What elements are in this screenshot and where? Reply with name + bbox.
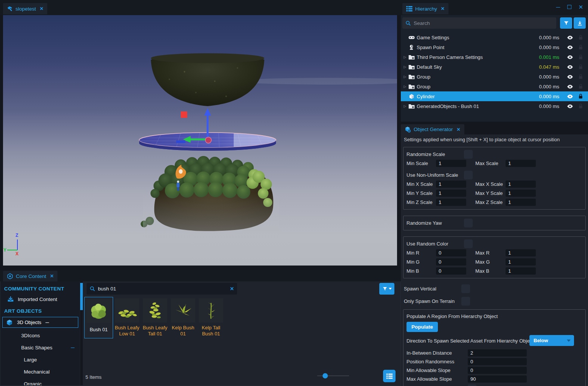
min-y-scale-input[interactable] [436, 190, 466, 197]
expand-caret-icon[interactable]: ▷ [402, 55, 408, 59]
randomize-scale-checkbox[interactable] [464, 150, 473, 159]
max-x-scale-input[interactable] [506, 181, 536, 188]
expand-caret-icon[interactable]: ▷ [402, 104, 408, 108]
sidebar-item-imported-content[interactable]: Imported Content [0, 295, 80, 304]
thumbnail-size-slider[interactable] [317, 375, 349, 376]
expand-caret-icon[interactable]: ▷ [402, 65, 408, 69]
maximize-button[interactable]: ☐ [566, 3, 573, 11]
visibility-eye-icon[interactable] [565, 65, 575, 69]
collapse-minus-icon[interactable]: ─ [71, 345, 74, 350]
asset-item-bush-01[interactable]: Bush 01 [84, 297, 113, 338]
close-icon[interactable]: ✕ [457, 127, 461, 132]
hierarchy-row-group-2[interactable]: ▷ Group 0.000 ms [401, 82, 588, 91]
max-scale-input[interactable] [506, 160, 536, 167]
max-z-scale-input[interactable] [506, 199, 536, 206]
clear-search-icon[interactable]: ✕ [230, 286, 234, 292]
hierarchy-row-group-1[interactable]: ▷ Group 0.000 ms [401, 72, 588, 82]
close-icon[interactable]: ✕ [441, 6, 445, 11]
bush-island[interactable] [141, 156, 279, 238]
hierarchy-row-generated-objects[interactable]: ▷ GeneratedObjects - Bush 01 0.000 ms [401, 101, 588, 111]
lock-icon[interactable] [575, 84, 586, 89]
scrollbar-thumb[interactable] [80, 283, 83, 310]
top-island[interactable] [151, 53, 264, 106]
visibility-eye-icon[interactable] [565, 84, 575, 89]
sidebar-item-organic[interactable]: Organic [0, 379, 80, 385]
viewport-3d[interactable]: Z Y X [3, 15, 397, 266]
lock-icon[interactable] [575, 35, 586, 40]
expand-caret-icon[interactable]: ▷ [402, 85, 408, 88]
close-icon[interactable]: ✕ [40, 6, 43, 11]
asset-item-kelp-bush-01[interactable]: Kelp Bush 01 [169, 297, 197, 337]
in-between-distance-input[interactable] [468, 349, 527, 357]
hierarchy-row-cylinder[interactable]: Cylinder 0.000 ms [401, 91, 588, 101]
asset-search[interactable]: ✕ [87, 283, 237, 295]
hierarchy-row-camera-settings[interactable]: ▷ Third Person Camera Settings 0.001 ms [401, 52, 588, 62]
core-content-tab[interactable]: Core Content ✕ [3, 271, 57, 281]
collapse-minus-icon[interactable]: ─ [45, 320, 49, 325]
window-close-button[interactable]: ✕ [577, 3, 584, 11]
use-random-color-checkbox[interactable] [464, 239, 473, 248]
red-square-marker[interactable] [181, 111, 187, 118]
object-generator-tab[interactable]: Object Generator ✕ [401, 124, 464, 134]
slider-knob[interactable] [323, 373, 328, 378]
min-r-input[interactable] [436, 249, 466, 256]
hierarchy-row-game-settings[interactable]: Game Settings 0.000 ms [401, 32, 588, 42]
populate-button[interactable]: Populate [406, 322, 438, 332]
sidebar-item-mechanical[interactable]: Mechanical [0, 367, 80, 376]
visibility-eye-icon[interactable] [565, 104, 575, 109]
expand-caret-icon[interactable]: ▷ [402, 75, 408, 79]
min-g-input[interactable] [436, 258, 466, 266]
asset-filter-button[interactable] [379, 283, 394, 295]
direction-dropdown[interactable]: Below [529, 335, 574, 346]
min-z-scale-input[interactable] [436, 199, 466, 206]
scene-tab[interactable]: slopetest ✕ [3, 3, 47, 14]
min-scale-input[interactable] [436, 160, 466, 167]
put-objects-in-group-checkbox[interactable] [468, 384, 476, 386]
min-b-input[interactable] [436, 267, 466, 275]
asset-label: Kelp Bush 01 [169, 325, 197, 337]
min-x-scale-input[interactable] [436, 181, 466, 188]
max-y-scale-input[interactable] [506, 190, 536, 197]
randomize-yaw-checkbox[interactable] [464, 219, 473, 227]
hierarchy-row-spawn-point[interactable]: Spawn Point 0.000 ms [401, 42, 588, 52]
visibility-eye-icon[interactable] [565, 45, 575, 50]
lock-icon[interactable] [575, 103, 586, 109]
player-character[interactable] [177, 181, 180, 191]
sidebar-item-3d-objects[interactable]: 3D Objects ─ [2, 317, 78, 328]
max-b-input[interactable] [506, 267, 536, 275]
spawn-vertical-checkbox[interactable] [461, 284, 470, 293]
sidebar-scrollbar[interactable] [80, 281, 83, 385]
sidebar-item-3dicons[interactable]: 3DIcons [0, 331, 80, 340]
asset-item-bush-leafy-tall-01[interactable]: Bush Leafy Tall 01 [141, 297, 169, 337]
visibility-eye-icon[interactable] [565, 94, 575, 99]
visibility-eye-icon[interactable] [565, 35, 575, 40]
lock-icon[interactable] [575, 74, 586, 79]
position-randomness-input[interactable] [468, 358, 527, 365]
lock-icon[interactable] [575, 45, 586, 50]
asset-item-bush-leafy-low-01[interactable]: Bush Leafy Low 01 [113, 297, 141, 337]
hierarchy-search-input[interactable] [414, 20, 553, 26]
use-non-uniform-scale-checkbox[interactable] [464, 171, 473, 179]
collapse-all-button[interactable] [574, 17, 586, 29]
sidebar-item-large[interactable]: Large [0, 355, 80, 364]
lock-icon[interactable] [575, 54, 586, 60]
hierarchy-row-default-sky[interactable]: ▷ Default Sky 0.047 ms [401, 62, 588, 72]
min-allowable-slope-input[interactable] [468, 367, 527, 374]
max-r-input[interactable] [506, 249, 536, 256]
only-spawn-on-terrain-checkbox[interactable] [461, 297, 470, 306]
visibility-eye-icon[interactable] [565, 74, 575, 79]
sidebar-item-basic-shapes[interactable]: Basic Shapes ─ [0, 343, 80, 352]
lock-icon[interactable] [575, 64, 586, 69]
hierarchy-search[interactable] [402, 17, 556, 29]
minimize-button[interactable]: ─ [555, 3, 562, 11]
max-g-input[interactable] [506, 258, 536, 266]
asset-search-input[interactable] [98, 286, 227, 292]
visibility-eye-icon[interactable] [565, 55, 575, 60]
hierarchy-tab[interactable]: Hierarchy ✕ [402, 3, 448, 14]
asset-item-kelp-tall-bush-01[interactable]: Kelp Tall Bush 01 [197, 297, 225, 337]
hierarchy-filter-button[interactable] [560, 17, 572, 29]
close-icon[interactable]: ✕ [50, 273, 54, 279]
lock-icon[interactable] [575, 94, 586, 99]
view-mode-button[interactable] [383, 370, 396, 382]
max-allowable-slope-input[interactable] [468, 375, 527, 383]
